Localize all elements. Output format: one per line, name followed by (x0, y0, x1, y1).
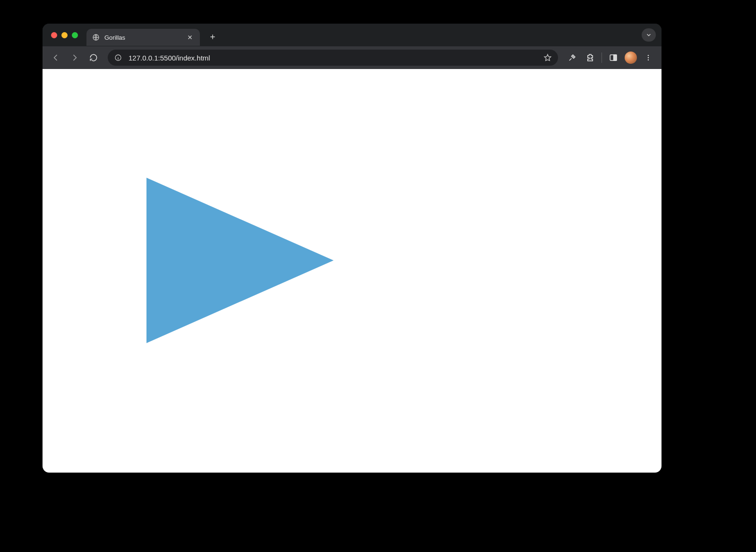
close-tab-button[interactable] (186, 33, 194, 42)
globe-icon (92, 34, 100, 41)
forward-button[interactable] (66, 49, 83, 66)
svg-point-6 (648, 59, 649, 60)
browser-tab[interactable]: Gorillas (86, 29, 200, 46)
url-text: 127.0.0.1:5500/index.html (129, 54, 541, 62)
extensions-button[interactable] (582, 49, 599, 66)
bookmark-button[interactable] (541, 51, 554, 64)
window-close-button[interactable] (51, 32, 57, 38)
desktop: Gorillas (0, 0, 756, 552)
toolbar: 127.0.0.1:5500/index.html (43, 46, 662, 69)
tab-strip: Gorillas (43, 24, 662, 46)
new-tab-button[interactable] (206, 30, 220, 44)
svg-point-5 (648, 57, 649, 58)
svg-rect-3 (614, 55, 617, 60)
profile-avatar[interactable] (625, 52, 637, 64)
play-triangle-shape (146, 178, 334, 343)
site-info-icon[interactable] (113, 53, 123, 62)
toolbar-actions (564, 49, 657, 66)
reload-button[interactable] (85, 49, 102, 66)
window-controls (51, 32, 78, 38)
menu-button[interactable] (640, 49, 657, 66)
window-minimize-button[interactable] (61, 32, 68, 38)
eyedropper-icon[interactable] (564, 49, 581, 66)
browser-window: Gorillas (43, 24, 662, 473)
window-zoom-button[interactable] (72, 32, 78, 38)
separator (601, 52, 602, 63)
side-panel-button[interactable] (605, 49, 622, 66)
page-viewport (43, 69, 662, 473)
back-button[interactable] (47, 49, 64, 66)
svg-point-4 (648, 55, 649, 56)
tab-title: Gorillas (104, 34, 182, 41)
address-bar[interactable]: 127.0.0.1:5500/index.html (108, 50, 558, 66)
tab-search-button[interactable] (642, 28, 656, 42)
